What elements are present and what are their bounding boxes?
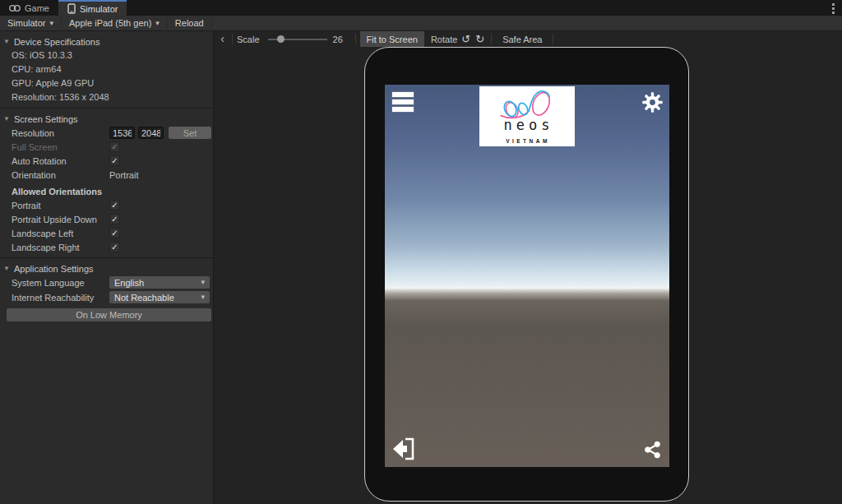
safe-area-button[interactable]: Safe Area: [496, 31, 548, 47]
separator: [355, 34, 356, 44]
orientation-label: Orientation: [12, 170, 109, 180]
device-select-dropdown[interactable]: Apple iPad (5th gen) ▾: [62, 16, 168, 31]
simulator-menu-bar: Simulator ▾ Apple iPad (5th gen) ▾ Reloa…: [0, 16, 842, 31]
resolution-label: Resolution: [12, 128, 109, 138]
reload-button[interactable]: Reload: [168, 16, 212, 31]
row-landscape-right: Landscape Right ✓: [0, 240, 213, 254]
row-internet-reachability: Internet Reachability Not Reachable ▾: [0, 290, 213, 304]
system-language-dropdown[interactable]: English ▾: [109, 276, 210, 289]
simulator-device-icon: [67, 3, 76, 14]
app-logo-subtext: VIETNAM: [506, 138, 550, 144]
row-landscape-left: Landscape Left ✓: [0, 226, 213, 240]
full-screen-checkbox: ✓: [109, 141, 120, 152]
tab-simulator[interactable]: Simulator: [58, 0, 127, 16]
row-orientation: Orientation Portrait: [0, 168, 213, 182]
on-low-memory-button[interactable]: On Low Memory: [7, 308, 211, 321]
spec-gpu: GPU: Apple A9 GPU: [0, 76, 213, 90]
spec-os: OS: iOS 10.3.3: [0, 49, 213, 62]
row-full-screen: Full Screen ✓: [0, 140, 213, 154]
separator: [491, 34, 492, 44]
portrait-upside-down-label: Portrait Upside Down: [12, 215, 109, 224]
portrait-checkbox[interactable]: ✓: [109, 200, 120, 210]
internet-reachability-label: Internet Reachability: [12, 293, 109, 303]
tab-game-label: Game: [25, 3, 49, 13]
chevron-down-icon: ▾: [49, 20, 53, 27]
row-resolution: Resolution Set: [0, 126, 213, 140]
tab-game[interactable]: Game: [0, 0, 58, 16]
resolution-height-input[interactable]: [138, 127, 164, 139]
section-title: Device Specifications: [14, 37, 100, 47]
scale-label: Scale: [237, 35, 260, 44]
app-logo-text: neos: [504, 118, 554, 132]
landscape-right-checkbox[interactable]: ✓: [109, 242, 120, 252]
fit-to-screen-button[interactable]: Fit to Screen: [360, 31, 424, 47]
game-view-icon: [9, 4, 21, 12]
simulated-ipad-device: neos VIETNAM: [364, 47, 689, 502]
spec-resolution: Resolution: 1536 x 2048: [0, 90, 213, 104]
section-screen-settings[interactable]: ▼ Screen Settings: [0, 112, 213, 126]
scale-value: 26: [333, 35, 351, 44]
internet-reachability-dropdown[interactable]: Not Reachable ▾: [109, 291, 210, 303]
row-auto-rotation: Auto Rotation ✓: [0, 154, 213, 168]
rotate-label: Rotate: [431, 35, 457, 44]
row-portrait-upside-down: Portrait Upside Down ✓: [0, 212, 213, 226]
rotate-counterclockwise-icon[interactable]: ↺: [459, 32, 473, 46]
row-portrait: Portrait ✓: [0, 198, 213, 212]
foldout-triangle-icon: ▼: [3, 266, 10, 272]
separator: [0, 108, 213, 109]
neos-logo-squiggle-icon: [495, 89, 559, 120]
separator: [232, 34, 233, 44]
simulator-mode-dropdown[interactable]: Simulator ▾: [0, 16, 62, 31]
rotate-clockwise-icon[interactable]: ↻: [473, 32, 487, 46]
landscape-left-checkbox[interactable]: ✓: [109, 228, 120, 238]
chevron-down-icon: ▾: [155, 20, 160, 27]
app-logo-card: neos VIETNAM: [479, 86, 575, 146]
spec-cpu: CPU: arm64: [0, 62, 213, 76]
device-screen: neos VIETNAM: [385, 85, 669, 467]
chevron-down-icon: ▾: [201, 279, 205, 286]
section-title: Screen Settings: [14, 114, 78, 124]
section-title: Application Settings: [14, 264, 94, 274]
share-icon[interactable]: [643, 440, 662, 460]
auto-rotation-label: Auto Rotation: [12, 156, 109, 166]
foldout-triangle-icon: ▼: [3, 116, 10, 123]
tab-bar: Game Simulator: [0, 0, 842, 16]
settings-gear-icon[interactable]: [642, 92, 663, 113]
exit-app-icon[interactable]: [392, 437, 414, 461]
landscape-right-label: Landscape Right: [12, 243, 109, 252]
scale-slider[interactable]: [268, 34, 327, 44]
slider-thumb[interactable]: [277, 35, 285, 43]
full-screen-label: Full Screen: [12, 142, 109, 152]
allowed-orientations-title: Allowed Orientations: [12, 187, 109, 197]
foldout-triangle-icon: ▼: [3, 39, 10, 45]
separator: [0, 257, 213, 258]
landscape-left-label: Landscape Left: [12, 229, 109, 238]
window-menu-kebab-icon[interactable]: [830, 3, 836, 14]
simulator-viewport: ‹ Scale 26 Fit to Screen Rotate ↺ ↻ Safe…: [215, 31, 842, 504]
portrait-upside-down-checkbox[interactable]: ✓: [109, 214, 120, 224]
chevron-down-icon: ▾: [201, 294, 205, 301]
resolution-width-input[interactable]: [109, 127, 135, 139]
tab-simulator-label: Simulator: [80, 4, 118, 14]
collapse-panel-chevron-icon[interactable]: ‹: [217, 32, 228, 46]
auto-rotation-checkbox[interactable]: ✓: [109, 155, 120, 166]
set-resolution-button[interactable]: Set: [169, 127, 211, 139]
section-device-specifications[interactable]: ▼ Device Specifications: [0, 35, 213, 49]
row-allowed-orientations: Allowed Orientations: [0, 184, 213, 198]
orientation-value: Portrait: [109, 170, 138, 180]
hamburger-menu-button[interactable]: [392, 92, 414, 114]
system-language-label: System Language: [12, 278, 109, 288]
simulator-toolbar: ‹ Scale 26 Fit to Screen Rotate ↺ ↻ Safe…: [215, 31, 842, 47]
unity-simulator-window: Game Simulator Simulator ▾ Apple iPad (5…: [0, 0, 842, 504]
section-application-settings[interactable]: ▼ Application Settings: [0, 261, 213, 275]
simulator-control-panel: ▼ Device Specifications OS: iOS 10.3.3 C…: [0, 31, 214, 504]
portrait-label: Portrait: [12, 201, 109, 210]
separator: [553, 34, 553, 44]
row-system-language: System Language English ▾: [0, 275, 213, 289]
